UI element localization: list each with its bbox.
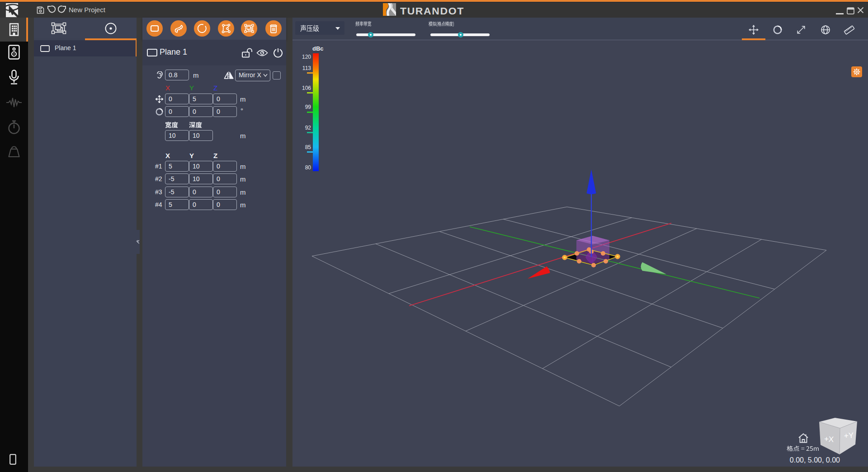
svg-text:+X: +X bbox=[824, 435, 834, 444]
svg-text:+Y: +Y bbox=[844, 431, 854, 440]
